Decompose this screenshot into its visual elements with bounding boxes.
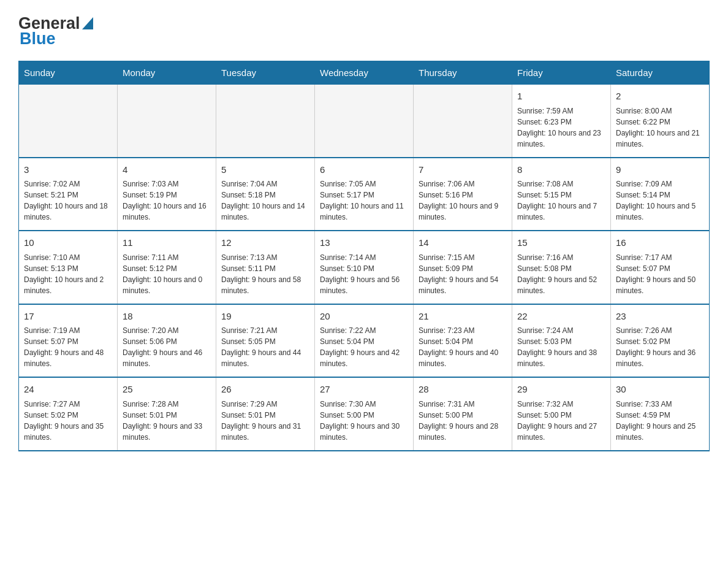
calendar-cell: 24Sunrise: 7:27 AMSunset: 5:02 PMDayligh…	[19, 377, 118, 451]
calendar-cell: 13Sunrise: 7:14 AMSunset: 5:10 PMDayligh…	[315, 231, 414, 304]
weekday-header-row: SundayMondayTuesdayWednesdayThursdayFrid…	[19, 61, 710, 85]
calendar-cell: 3Sunrise: 7:02 AMSunset: 5:21 PMDaylight…	[19, 158, 118, 231]
calendar-header: SundayMondayTuesdayWednesdayThursdayFrid…	[19, 61, 710, 85]
calendar-week-4: 17Sunrise: 7:19 AMSunset: 5:07 PMDayligh…	[19, 304, 710, 378]
calendar-body: 1Sunrise: 7:59 AMSunset: 6:23 PMDaylight…	[19, 85, 710, 451]
calendar-week-5: 24Sunrise: 7:27 AMSunset: 5:02 PMDayligh…	[19, 377, 710, 451]
logo-triangle-icon	[82, 16, 93, 32]
day-number: 8	[517, 163, 605, 177]
day-number: 1	[517, 90, 605, 104]
day-info: Sunrise: 7:17 AMSunset: 5:07 PMDaylight:…	[616, 252, 704, 296]
day-number: 16	[616, 236, 704, 250]
day-info: Sunrise: 7:59 AMSunset: 6:23 PMDaylight:…	[517, 105, 605, 150]
calendar-cell	[19, 85, 118, 158]
calendar-cell: 12Sunrise: 7:13 AMSunset: 5:11 PMDayligh…	[216, 231, 315, 304]
header: General Blue	[18, 12, 710, 48]
calendar-cell	[118, 85, 216, 158]
calendar-cell: 11Sunrise: 7:11 AMSunset: 5:12 PMDayligh…	[118, 231, 216, 304]
day-info: Sunrise: 7:02 AMSunset: 5:21 PMDaylight:…	[24, 178, 112, 223]
day-number: 17	[24, 310, 112, 324]
day-info: Sunrise: 7:10 AMSunset: 5:13 PMDaylight:…	[24, 252, 112, 296]
day-number: 26	[221, 383, 309, 397]
weekday-header-sunday: Sunday	[19, 61, 118, 85]
logo-blue-row: Blue	[20, 29, 56, 48]
logo: General Blue	[18, 12, 93, 48]
calendar-cell: 14Sunrise: 7:15 AMSunset: 5:09 PMDayligh…	[414, 231, 512, 304]
day-info: Sunrise: 7:28 AMSunset: 5:01 PMDaylight:…	[123, 399, 211, 443]
day-info: Sunrise: 7:06 AMSunset: 5:16 PMDaylight:…	[419, 178, 507, 223]
calendar-cell: 10Sunrise: 7:10 AMSunset: 5:13 PMDayligh…	[19, 231, 118, 304]
day-number: 15	[517, 236, 605, 250]
day-info: Sunrise: 7:32 AMSunset: 5:00 PMDaylight:…	[517, 399, 605, 443]
calendar-week-2: 3Sunrise: 7:02 AMSunset: 5:21 PMDaylight…	[19, 158, 710, 231]
day-info: Sunrise: 7:30 AMSunset: 5:00 PMDaylight:…	[320, 399, 408, 443]
day-info: Sunrise: 7:24 AMSunset: 5:03 PMDaylight:…	[517, 325, 605, 369]
calendar-cell	[414, 85, 512, 158]
day-info: Sunrise: 7:05 AMSunset: 5:17 PMDaylight:…	[320, 178, 408, 223]
day-number: 6	[320, 163, 408, 177]
day-number: 22	[517, 310, 605, 324]
day-info: Sunrise: 7:23 AMSunset: 5:04 PMDaylight:…	[419, 325, 507, 369]
day-number: 27	[320, 383, 408, 397]
day-info: Sunrise: 7:03 AMSunset: 5:19 PMDaylight:…	[123, 178, 211, 223]
calendar-cell: 9Sunrise: 7:09 AMSunset: 5:14 PMDaylight…	[611, 158, 710, 231]
day-info: Sunrise: 8:00 AMSunset: 6:22 PMDaylight:…	[616, 105, 704, 150]
calendar-cell: 21Sunrise: 7:23 AMSunset: 5:04 PMDayligh…	[414, 304, 512, 378]
calendar-table: SundayMondayTuesdayWednesdayThursdayFrid…	[18, 61, 710, 451]
calendar-cell: 25Sunrise: 7:28 AMSunset: 5:01 PMDayligh…	[118, 377, 216, 451]
day-info: Sunrise: 7:33 AMSunset: 4:59 PMDaylight:…	[616, 399, 704, 443]
day-number: 25	[123, 383, 211, 397]
calendar-cell: 28Sunrise: 7:31 AMSunset: 5:00 PMDayligh…	[414, 377, 512, 451]
day-info: Sunrise: 7:04 AMSunset: 5:18 PMDaylight:…	[221, 178, 309, 223]
day-number: 29	[517, 383, 605, 397]
day-info: Sunrise: 7:16 AMSunset: 5:08 PMDaylight:…	[517, 252, 605, 296]
calendar-cell: 15Sunrise: 7:16 AMSunset: 5:08 PMDayligh…	[512, 231, 611, 304]
calendar-cell: 18Sunrise: 7:20 AMSunset: 5:06 PMDayligh…	[118, 304, 216, 378]
day-info: Sunrise: 7:19 AMSunset: 5:07 PMDaylight:…	[24, 325, 112, 369]
day-number: 19	[221, 310, 309, 324]
day-info: Sunrise: 7:31 AMSunset: 5:00 PMDaylight:…	[419, 399, 507, 443]
day-number: 21	[419, 310, 507, 324]
calendar-cell: 7Sunrise: 7:06 AMSunset: 5:16 PMDaylight…	[414, 158, 512, 231]
calendar-cell: 22Sunrise: 7:24 AMSunset: 5:03 PMDayligh…	[512, 304, 611, 378]
calendar-week-1: 1Sunrise: 7:59 AMSunset: 6:23 PMDaylight…	[19, 85, 710, 158]
day-number: 23	[616, 310, 704, 324]
calendar-cell: 19Sunrise: 7:21 AMSunset: 5:05 PMDayligh…	[216, 304, 315, 378]
day-number: 2	[616, 90, 704, 104]
calendar-cell: 30Sunrise: 7:33 AMSunset: 4:59 PMDayligh…	[611, 377, 710, 451]
day-number: 13	[320, 236, 408, 250]
day-number: 24	[24, 383, 112, 397]
calendar-cell: 5Sunrise: 7:04 AMSunset: 5:18 PMDaylight…	[216, 158, 315, 231]
calendar-week-3: 10Sunrise: 7:10 AMSunset: 5:13 PMDayligh…	[19, 231, 710, 304]
day-number: 5	[221, 163, 309, 177]
day-info: Sunrise: 7:27 AMSunset: 5:02 PMDaylight:…	[24, 399, 112, 443]
weekday-header-tuesday: Tuesday	[216, 61, 315, 85]
weekday-header-thursday: Thursday	[414, 61, 512, 85]
weekday-header-friday: Friday	[512, 61, 611, 85]
svg-marker-0	[82, 17, 93, 29]
day-info: Sunrise: 7:22 AMSunset: 5:04 PMDaylight:…	[320, 325, 408, 369]
day-info: Sunrise: 7:20 AMSunset: 5:06 PMDaylight:…	[123, 325, 211, 369]
calendar-cell	[216, 85, 315, 158]
day-number: 7	[419, 163, 507, 177]
calendar-cell: 20Sunrise: 7:22 AMSunset: 5:04 PMDayligh…	[315, 304, 414, 378]
day-number: 9	[616, 163, 704, 177]
day-info: Sunrise: 7:13 AMSunset: 5:11 PMDaylight:…	[221, 252, 309, 296]
calendar-cell: 8Sunrise: 7:08 AMSunset: 5:15 PMDaylight…	[512, 158, 611, 231]
day-number: 10	[24, 236, 112, 250]
day-number: 11	[123, 236, 211, 250]
day-number: 3	[24, 163, 112, 177]
day-number: 30	[616, 383, 704, 397]
weekday-header-saturday: Saturday	[611, 61, 710, 85]
weekday-header-monday: Monday	[118, 61, 216, 85]
calendar-cell: 17Sunrise: 7:19 AMSunset: 5:07 PMDayligh…	[19, 304, 118, 378]
day-info: Sunrise: 7:14 AMSunset: 5:10 PMDaylight:…	[320, 252, 408, 296]
calendar-cell: 6Sunrise: 7:05 AMSunset: 5:17 PMDaylight…	[315, 158, 414, 231]
weekday-header-wednesday: Wednesday	[315, 61, 414, 85]
day-info: Sunrise: 7:15 AMSunset: 5:09 PMDaylight:…	[419, 252, 507, 296]
day-number: 28	[419, 383, 507, 397]
calendar-cell: 29Sunrise: 7:32 AMSunset: 5:00 PMDayligh…	[512, 377, 611, 451]
calendar-cell: 1Sunrise: 7:59 AMSunset: 6:23 PMDaylight…	[512, 85, 611, 158]
calendar-cell: 16Sunrise: 7:17 AMSunset: 5:07 PMDayligh…	[611, 231, 710, 304]
day-info: Sunrise: 7:09 AMSunset: 5:14 PMDaylight:…	[616, 178, 704, 223]
